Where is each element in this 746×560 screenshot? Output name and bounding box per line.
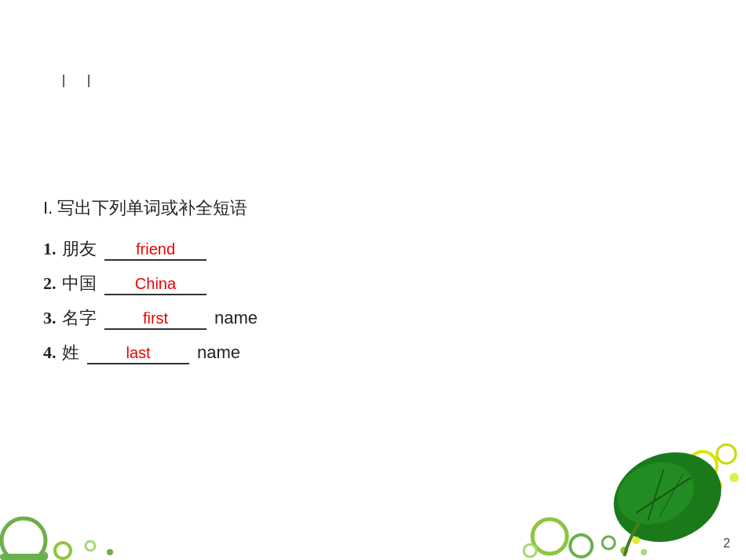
answer-text-4: last	[119, 344, 156, 361]
svg-point-1	[55, 543, 71, 558]
answer-underline-4: last	[87, 342, 189, 364]
answer-underline-2: China	[104, 273, 207, 295]
section-title: I. 写出下列单词或补全短语	[43, 196, 258, 220]
svg-point-6	[532, 519, 567, 554]
answer-underline-3: first	[104, 308, 207, 330]
answer-text-1: friend	[130, 240, 181, 258]
suffix-4: name	[197, 342, 240, 363]
svg-point-2	[86, 541, 95, 551]
tab-indicator-2	[88, 75, 90, 87]
svg-point-14	[730, 473, 739, 482]
svg-point-21	[641, 549, 647, 555]
chinese-word-3: 名字	[62, 306, 97, 330]
item-number-2: 2.	[43, 273, 59, 294]
svg-point-7	[570, 535, 592, 557]
page: I. 写出下列单词或补全短语 1. 朋友 friend 2. 中国 China …	[0, 0, 746, 560]
item-number-3: 3.	[43, 308, 59, 328]
answer-text-3: first	[137, 309, 174, 327]
svg-point-20	[632, 536, 640, 544]
list-item: 1. 朋友 friend	[43, 237, 258, 261]
item-number-4: 4.	[43, 342, 59, 363]
answer-text-2: China	[129, 275, 182, 292]
svg-point-12	[717, 445, 736, 463]
svg-point-9	[602, 536, 615, 549]
chinese-word-1: 朋友	[62, 237, 97, 261]
svg-rect-5	[0, 554, 47, 560]
list-item: 2. 中国 China	[43, 272, 258, 295]
tab-indicator-1	[63, 75, 64, 87]
svg-point-3	[107, 549, 113, 555]
item-number-1: 1.	[43, 239, 59, 259]
chinese-word-4: 姓	[62, 341, 79, 364]
deco-leaf-right	[503, 419, 746, 560]
list-item: 4. 姓 last name	[43, 341, 258, 364]
page-number: 2	[723, 536, 730, 551]
suffix-3: name	[214, 308, 258, 328]
tab-indicators	[63, 75, 90, 87]
main-content: I. 写出下列单词或补全短语 1. 朋友 friend 2. 中国 China …	[43, 196, 258, 375]
list-item: 3. 名字 first name	[43, 306, 258, 330]
exercise-list: 1. 朋友 friend 2. 中国 China 3. 名字 first	[43, 237, 258, 364]
answer-underline-1: friend	[104, 239, 207, 261]
chinese-word-2: 中国	[62, 272, 97, 295]
svg-point-8	[524, 544, 536, 557]
deco-circles-left	[0, 458, 157, 560]
